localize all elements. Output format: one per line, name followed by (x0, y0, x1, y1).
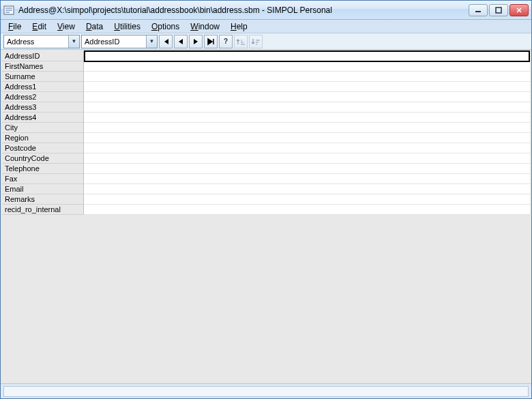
maximize-button[interactable] (489, 4, 508, 16)
record-row: FirstNames (2, 61, 530, 72)
status-text (3, 386, 529, 397)
empty-area (2, 215, 530, 382)
sort-asc-button[interactable] (234, 35, 248, 48)
field-value[interactable] (84, 174, 530, 184)
menu-view[interactable]: View (53, 21, 80, 32)
record-row: Address3 (2, 102, 530, 113)
field-label: Address3 (2, 102, 84, 113)
table-select[interactable]: Address ▼ (3, 35, 80, 48)
menu-data[interactable]: Data (81, 21, 108, 32)
field-label: Telephone (2, 164, 84, 174)
app-icon (3, 5, 14, 16)
field-value[interactable] (84, 92, 530, 102)
field-label: Region (2, 133, 84, 143)
record-grid: AddressIDFirstNamesSurnameAddress1Addres… (2, 51, 530, 215)
field-value[interactable] (84, 153, 530, 164)
field-value[interactable] (84, 205, 530, 215)
field-label: Surname (2, 72, 84, 82)
menu-window[interactable]: Window (186, 21, 224, 32)
field-value[interactable] (84, 184, 530, 194)
field-value[interactable] (84, 50, 530, 62)
record-row: Surname (2, 72, 530, 82)
field-value[interactable] (84, 82, 530, 92)
titlebar: Address@X:\simpol\projects\tutorial\addr… (1, 1, 531, 20)
record-view: AddressIDFirstNamesSurnameAddress1Addres… (1, 50, 531, 383)
chevron-down-icon: ▼ (146, 35, 157, 48)
statusbar (1, 383, 531, 398)
field-value[interactable] (84, 113, 530, 123)
last-record-button[interactable] (204, 35, 218, 48)
field-label: Address2 (2, 92, 84, 102)
minimize-button[interactable] (469, 4, 488, 16)
window-title: Address@X:\simpol\projects\tutorial\addr… (18, 5, 469, 15)
menu-options[interactable]: Options (147, 21, 184, 32)
field-label: Address1 (2, 82, 84, 92)
menu-utilities[interactable]: Utilities (109, 21, 145, 32)
record-row: Fax (2, 174, 530, 184)
record-row: CountryCode (2, 153, 530, 164)
field-value[interactable] (84, 123, 530, 133)
field-value[interactable] (84, 133, 530, 143)
question-icon: ? (224, 38, 228, 45)
field-label: FirstNames (2, 61, 84, 72)
record-row: Address4 (2, 113, 530, 123)
sort-desc-button[interactable] (249, 35, 263, 48)
record-row: City (2, 123, 530, 133)
menu-edit[interactable]: Edit (27, 21, 51, 32)
field-value[interactable] (84, 194, 530, 205)
toolbar: Address ▼ AddressID ▼ ? (1, 33, 531, 50)
help-button[interactable]: ? (219, 35, 233, 48)
record-row: AddressID (2, 51, 530, 61)
record-row: Address1 (2, 82, 530, 92)
record-row: Remarks (2, 194, 530, 205)
record-row: Region (2, 133, 530, 143)
index-select[interactable]: AddressID ▼ (81, 35, 158, 48)
field-label: recid_ro_internal (2, 205, 84, 215)
menu-help[interactable]: Help (226, 21, 252, 32)
field-value[interactable] (84, 72, 530, 82)
prev-record-button[interactable] (174, 35, 188, 48)
menu-file[interactable]: File (3, 21, 26, 32)
record-row: Email (2, 184, 530, 194)
field-label: Address4 (2, 113, 84, 123)
field-label: AddressID (2, 51, 84, 61)
field-label: Remarks (2, 194, 84, 205)
window-controls (469, 4, 529, 16)
field-value[interactable] (84, 102, 530, 113)
field-label: Fax (2, 174, 84, 184)
field-label: CountryCode (2, 153, 84, 164)
menubar: File Edit View Data Utilities Options Wi… (1, 20, 531, 33)
field-value[interactable] (84, 143, 530, 153)
record-row: Telephone (2, 164, 530, 174)
first-record-button[interactable] (159, 35, 173, 48)
record-row: Address2 (2, 92, 530, 102)
field-label: Postcode (2, 143, 84, 153)
chevron-down-icon: ▼ (68, 35, 79, 48)
close-button[interactable] (509, 4, 529, 16)
field-label: Email (2, 184, 84, 194)
field-label: City (2, 123, 84, 133)
field-value[interactable] (84, 61, 530, 72)
table-select-value: Address (7, 38, 68, 46)
svg-rect-2 (496, 8, 501, 13)
index-select-value: AddressID (85, 38, 146, 46)
record-row: Postcode (2, 143, 530, 153)
field-value[interactable] (84, 164, 530, 174)
next-record-button[interactable] (189, 35, 203, 48)
record-row: recid_ro_internal (2, 205, 530, 215)
